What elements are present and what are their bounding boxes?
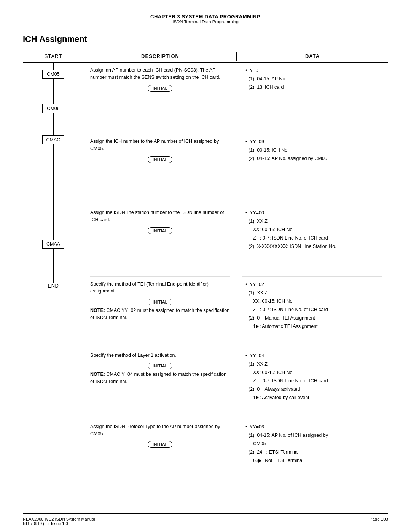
desc-note-cmac3: NOTE: CMAC Y=04 must be assigned to matc… — [90, 371, 230, 385]
desc-text-cmac2: Specify the method of TEI (Terminal End-… — [90, 281, 230, 295]
flow-line-1 — [53, 79, 54, 104]
data-line-cmac1-3: XX: 00-15: ICH No. — [253, 226, 382, 233]
initial-btn-cm06: INITIAL — [148, 156, 172, 163]
data-line-cmac3-3: XX: 00-15: ICH No. — [253, 369, 382, 376]
data-line-cmaa-1: • YY=06 — [245, 423, 382, 431]
desc-block-cmac1: Assign the ISDN line station number to t… — [90, 205, 230, 276]
data-text-cm06: • YY=09 (1) 00-15: ICH No. (2) 04-15: AP… — [242, 138, 382, 162]
content-area: CM05 CM06 CMAC CMAA END Assign an AP num… — [23, 63, 388, 513]
desc-text-cm06: Assign the ICH number to the AP number o… — [90, 138, 230, 152]
data-text-cm05: • Y=0 (1) 04-15: AP No. (2) 13: ICH card — [242, 67, 382, 91]
data-block-cmac3: • YY=04 (1) XX Z XX: 00-15: ICH No. Z : … — [242, 348, 382, 419]
data-line-cmac3-2: (1) XX Z — [249, 360, 382, 368]
data-line-cmac3-1: • YY=04 — [245, 352, 382, 359]
desc-text-cmac3: Specify the method of Layer 1 activation… — [90, 352, 230, 359]
flow-line-2 — [53, 113, 54, 135]
data-block-cm05: • Y=0 (1) 04-15: AP No. (2) 13: ICH card — [242, 63, 382, 134]
desc-block-cm05: Assign an AP number to each ICH card (PN… — [90, 63, 230, 134]
col-desc-header: DESCRIPTION — [84, 52, 237, 61]
initial-btn-cmac2: INITIAL — [148, 299, 172, 305]
page-header: CHAPTER 3 SYSTEM DATA PROGRAMMING ISDN T… — [23, 0, 388, 26]
footer-line2: ND-70919 (E), Issue 1.0 — [23, 521, 95, 526]
flow-box-cmac: CMAC — [42, 135, 65, 144]
desc-text-cmac1: Assign the ISDN line station number to t… — [90, 209, 230, 224]
note-label-cmac2: NOTE: — [90, 308, 105, 313]
flow-box-cm06: CM06 — [42, 104, 64, 113]
col-start-header: START — [23, 52, 84, 61]
data-line-cm05-2: (1) 04-15: AP No. — [249, 75, 382, 83]
flow-line-3 — [53, 144, 54, 240]
data-col: • Y=0 (1) 04-15: AP No. (2) 13: ICH card… — [236, 63, 388, 513]
note-label-cmac3: NOTE: — [90, 372, 105, 377]
data-line-cmac1-5: (2) X-XXXXXXXX: ISDN Line Station No. — [249, 243, 382, 250]
data-line-cm06-1: • YY=09 — [245, 138, 382, 145]
footer-right: Page 103 — [370, 517, 388, 521]
triangle-icon-2 — [256, 396, 259, 399]
data-line-cmac2-2: (1) XX Z — [249, 289, 382, 297]
data-block-cmac2: • YY=02 (1) XX Z XX: 00-15: ICH No. Z : … — [242, 277, 382, 348]
initial-btn-cmac1: INITIAL — [148, 227, 172, 234]
footer-left: NEAX2000 IVS2 ISDN System Manual ND-7091… — [23, 517, 95, 526]
data-line-cmaa-2: (1) 04-15: AP No. of ICH assigned by — [249, 431, 382, 439]
data-line-cmac3-5: (2) 0 : Always activated — [249, 385, 382, 393]
flow-line-start — [53, 63, 54, 70]
col-data-header: DATA — [237, 52, 388, 61]
data-line-cmaa-5: 63: Not ETSI Terminal — [253, 457, 382, 464]
data-line-cmaa-4: (2) 24 : ETSI Terminal — [249, 448, 382, 456]
data-line-cmac1-1: • YY=00 — [245, 209, 382, 217]
end-label: END — [48, 283, 59, 289]
page-footer: NEAX2000 IVS2 ISDN System Manual ND-7091… — [23, 513, 388, 532]
desc-end-spacer — [90, 490, 230, 513]
desc-note-cmac2: NOTE: CMAC YY=02 must be assigned to mat… — [90, 307, 230, 321]
flow-box-cmaa: CMAA — [42, 240, 64, 249]
flow-line-4 — [53, 249, 54, 283]
initial-btn-cmac3: INITIAL — [148, 363, 172, 369]
data-line-cmac3-6: 1: Activated by call event — [253, 394, 382, 401]
data-line-cmac2-6: 1: Automatic TEI Assignment — [253, 323, 382, 330]
col-headers: START DESCRIPTION DATA — [23, 52, 388, 63]
section-title: ICH Assignment — [23, 34, 388, 44]
flow-box-cm05: CM05 — [42, 70, 64, 79]
data-line-cmac2-5: (2) 0 : Manual TEI Assignment — [249, 314, 382, 322]
desc-text-cmaa: Assign the ISDN Protocol Type to the AP … — [90, 423, 230, 438]
initial-btn-cmaa: INITIAL — [148, 441, 172, 448]
desc-block-cmaa: Assign the ISDN Protocol Type to the AP … — [90, 419, 230, 490]
data-line-cm05-3: (2) 13: ICH card — [249, 83, 382, 91]
desc-col: Assign an AP number to each ICH card (PN… — [84, 63, 236, 513]
triangle-icon-1 — [256, 324, 259, 328]
data-block-cm06: • YY=09 (1) 00-15: ICH No. (2) 04-15: AP… — [242, 134, 382, 205]
chapter-title: CHAPTER 3 SYSTEM DATA PROGRAMMING — [23, 14, 388, 19]
data-line-cmac2-4: Z : 0-7: ISDN Line No. of ICH card — [253, 306, 382, 313]
data-block-cmac1: • YY=00 (1) XX Z XX: 00-15: ICH No. Z : … — [242, 205, 382, 276]
desc-text-cm05: Assign an AP number to each ICH card (PN… — [90, 67, 230, 81]
data-text-cmac2: • YY=02 (1) XX Z XX: 00-15: ICH No. Z : … — [242, 281, 382, 330]
footer-line1: NEAX2000 IVS2 ISDN System Manual — [23, 517, 95, 521]
triangle-icon-3 — [258, 459, 261, 463]
data-line-cmac1-4: Z : 0-7: ISDN Line No. of ICH card — [253, 234, 382, 242]
sub-title: ISDN Terminal Data Programming — [23, 19, 388, 24]
data-line-cmac1-2: (1) XX Z — [249, 217, 382, 225]
initial-btn-cm05: INITIAL — [148, 85, 172, 92]
desc-block-cmac2: Specify the method of TEI (Terminal End-… — [90, 277, 230, 348]
data-line-cm06-3: (2) 04-15: AP No. assigned by CM05 — [249, 155, 382, 162]
data-line-cmac2-3: XX: 00-15: ICH No. — [253, 297, 382, 305]
desc-block-cmac3: Specify the method of Layer 1 activation… — [90, 348, 230, 419]
desc-block-cm06: Assign the ICH number to the AP number o… — [90, 134, 230, 205]
data-text-cmac3: • YY=04 (1) XX Z XX: 00-15: ICH No. Z : … — [242, 352, 382, 401]
data-line-cm05-1: • Y=0 — [245, 67, 382, 74]
data-end-spacer — [242, 490, 382, 513]
page-container: CHAPTER 3 SYSTEM DATA PROGRAMMING ISDN T… — [0, 0, 411, 532]
data-line-cmac3-4: Z : 0-7: ISDN Line No. of ICH card — [253, 377, 382, 385]
data-line-cm06-2: (1) 00-15: ICH No. — [249, 146, 382, 154]
flow-col: CM05 CM06 CMAC CMAA END — [23, 63, 84, 513]
data-text-cmac1: • YY=00 (1) XX Z XX: 00-15: ICH No. Z : … — [242, 209, 382, 250]
data-block-cmaa: • YY=06 (1) 04-15: AP No. of ICH assigne… — [242, 419, 382, 490]
data-line-cmaa-3: CM05 — [253, 440, 382, 447]
data-line-cmac2-1: • YY=02 — [245, 281, 382, 288]
data-text-cmaa: • YY=06 (1) 04-15: AP No. of ICH assigne… — [242, 423, 382, 464]
